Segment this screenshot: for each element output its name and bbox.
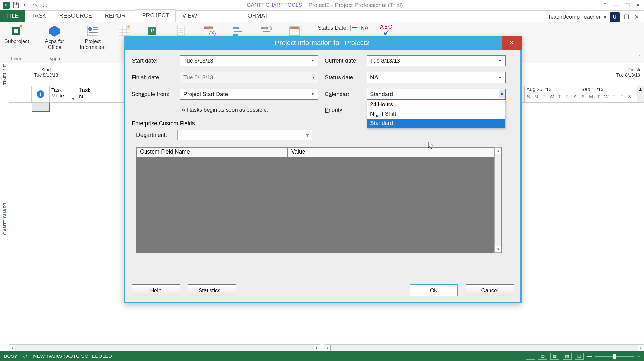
help-icon[interactable]: ? bbox=[602, 2, 609, 9]
user-avatar[interactable]: U bbox=[610, 12, 620, 22]
task-mode-header[interactable]: Task Mode ▼ bbox=[50, 86, 77, 102]
cf-value-header[interactable]: Value bbox=[288, 147, 439, 157]
day-letter: T bbox=[540, 94, 548, 99]
day-letter: T bbox=[610, 94, 618, 99]
subproject-icon bbox=[10, 24, 23, 38]
zoom-in-icon[interactable]: + bbox=[637, 353, 640, 359]
cf-table-body[interactable] bbox=[136, 157, 494, 253]
zoom-out-icon[interactable]: — bbox=[587, 353, 592, 359]
ribbon-tabs: FILE TASK RESOURCE REPORT PROJECT VIEW F… bbox=[0, 11, 644, 22]
view-resource-sheet-icon[interactable]: ▥ bbox=[563, 353, 572, 360]
ok-button[interactable]: OK bbox=[410, 284, 458, 296]
view-report-icon[interactable]: ❐ bbox=[575, 353, 584, 360]
zoom-thumb[interactable] bbox=[613, 354, 616, 359]
day-letter: F bbox=[618, 94, 626, 99]
calendar-option[interactable]: Night Shift bbox=[367, 109, 505, 119]
collapse-ribbon-icon[interactable]: ˄ bbox=[638, 54, 641, 61]
view-task-usage-icon[interactable]: ▤ bbox=[538, 353, 547, 360]
page-icon bbox=[174, 24, 188, 38]
tab-resource[interactable]: RESOURCE bbox=[53, 10, 98, 22]
help-button[interactable]: Help bbox=[132, 284, 180, 296]
view-gantt-icon[interactable]: ▭ bbox=[526, 353, 535, 360]
day-letter: S bbox=[571, 94, 579, 99]
tab-report[interactable]: REPORT bbox=[98, 10, 135, 22]
project-information-dialog: Project Information for 'Project2' ✕ Sta… bbox=[124, 36, 522, 303]
svg-rect-26 bbox=[234, 31, 242, 32]
chevron-down-icon: ▼ bbox=[311, 92, 315, 96]
restore-icon[interactable]: ❐ bbox=[623, 2, 630, 9]
status-date-display[interactable]: Status Date: NA bbox=[318, 25, 368, 31]
day-letter: M bbox=[587, 94, 595, 99]
scroll-up-icon[interactable]: ▴ bbox=[495, 147, 501, 154]
current-date-label: Current date: bbox=[318, 58, 367, 64]
undo-icon[interactable]: ↶ bbox=[22, 2, 29, 9]
touch-mode-icon[interactable]: ⸬ bbox=[41, 2, 48, 9]
row-number-column[interactable] bbox=[9, 86, 32, 102]
view-team-planner-icon[interactable]: ▦ bbox=[550, 353, 559, 360]
task-name-header[interactable]: Task N bbox=[77, 86, 97, 102]
tab-task[interactable]: TASK bbox=[25, 10, 53, 22]
tab-format[interactable]: FORMAT bbox=[238, 10, 275, 22]
subproject-button[interactable]: Subproject bbox=[3, 23, 31, 45]
scroll-down-icon[interactable]: ▾ bbox=[495, 246, 501, 253]
dialog-titlebar[interactable]: Project Information for 'Project2' ✕ bbox=[124, 36, 522, 50]
calendar-combo[interactable]: Standard ▼ bbox=[367, 89, 506, 100]
redo-icon[interactable]: ↷ bbox=[32, 2, 39, 9]
cf-scrollbar[interactable]: ▴ ▾ bbox=[494, 147, 501, 253]
dialog-close-button[interactable]: ✕ bbox=[502, 36, 522, 50]
schedule-from-combo[interactable]: Project Start Date▼ bbox=[180, 89, 318, 100]
selected-cell[interactable] bbox=[32, 103, 50, 112]
current-date-combo[interactable]: Tue 8/13/13▼ bbox=[367, 55, 506, 66]
department-label: Department: bbox=[136, 132, 172, 139]
calendar-option[interactable]: Standard bbox=[367, 119, 505, 128]
chevron-down-icon[interactable]: ▼ bbox=[499, 90, 505, 98]
ribbon-restore-icon[interactable]: ❐ bbox=[623, 14, 630, 21]
info-column-header[interactable]: i bbox=[32, 86, 50, 102]
bars-icon bbox=[231, 24, 245, 38]
cancel-button[interactable]: Cancel bbox=[466, 284, 514, 296]
cf-name-header[interactable]: Custom Field Name bbox=[136, 147, 288, 157]
scroll-right-icon[interactable]: ▸ bbox=[314, 345, 320, 351]
tab-project[interactable]: PROJECT bbox=[135, 9, 176, 22]
grid-icon bbox=[118, 24, 131, 38]
ribbon-close-icon[interactable]: ✕ bbox=[633, 14, 640, 21]
apps-icon bbox=[48, 24, 61, 38]
right-hscroll[interactable]: ◂ ▸ bbox=[324, 344, 644, 351]
status-date-combo[interactable]: NA▼ bbox=[367, 72, 506, 83]
project-information-button[interactable]: Project Information bbox=[78, 23, 107, 51]
app-icon[interactable]: P bbox=[3, 2, 10, 9]
quick-access-toolbar: P 💾 ↶ ↷ ⸬ bbox=[3, 2, 48, 9]
status-date-box-icon bbox=[350, 25, 358, 31]
chevron-down-icon[interactable]: ▼ bbox=[71, 97, 75, 101]
save-icon[interactable]: 💾 bbox=[12, 2, 19, 9]
calendar-dropdown[interactable]: 24 HoursNight ShiftStandard bbox=[367, 100, 505, 128]
calendar-option[interactable]: 24 Hours bbox=[367, 100, 505, 109]
start-date-combo[interactable]: Tue 8/13/13▼ bbox=[180, 55, 318, 66]
close-window-icon[interactable]: ✕ bbox=[634, 2, 641, 9]
statistics-button[interactable]: Statistics... bbox=[188, 284, 236, 296]
zoom-slider[interactable] bbox=[595, 356, 634, 357]
vertical-scroll-up-icon[interactable]: ▴ bbox=[637, 86, 644, 102]
timeline-label[interactable]: TIMELINE bbox=[0, 63, 9, 86]
tab-view[interactable]: VIEW bbox=[176, 10, 203, 22]
gantt-chart-label[interactable]: GANTT CHART bbox=[0, 86, 9, 351]
apps-for-office-button[interactable]: Apps for Office bbox=[43, 23, 66, 51]
status-date-label: Status date: bbox=[318, 74, 367, 81]
minimize-icon[interactable]: — bbox=[612, 2, 620, 9]
svg-rect-32 bbox=[290, 27, 299, 29]
finish-date-label: Finish date: bbox=[132, 74, 180, 81]
status-new-tasks[interactable]: NEW TASKS : AUTO SCHEDULED bbox=[33, 353, 112, 359]
project-info-icon bbox=[86, 24, 99, 38]
scroll-right-icon[interactable]: ▸ bbox=[638, 345, 644, 351]
svg-point-13 bbox=[127, 25, 130, 28]
schedule-hint: All tasks begin as soon as possible. bbox=[132, 105, 318, 114]
left-hscroll[interactable]: ◂ ▸ bbox=[9, 344, 320, 351]
start-date-label: Start date: bbox=[132, 58, 180, 64]
timeline-start-date: Tue 8/13/13 bbox=[34, 72, 58, 77]
department-combo[interactable]: ▾ bbox=[177, 130, 312, 140]
scroll-left-icon[interactable]: ◂ bbox=[9, 345, 15, 351]
day-letter: W bbox=[548, 94, 555, 99]
tab-file[interactable]: FILE bbox=[0, 10, 25, 22]
scroll-left-icon[interactable]: ◂ bbox=[324, 345, 331, 351]
user-name[interactable]: TeachUcomp Teacher bbox=[548, 14, 601, 20]
